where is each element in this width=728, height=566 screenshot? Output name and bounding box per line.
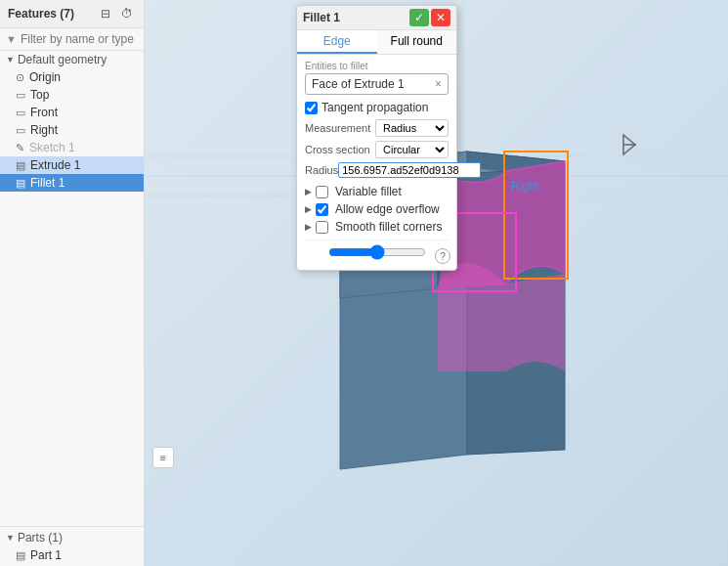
variable-fillet-checkbox[interactable] [316, 186, 328, 198]
clock-icon[interactable]: ⏱ [118, 5, 136, 22]
tree-item-origin[interactable]: ⊙ Origin [0, 68, 144, 86]
smooth-corners-checkbox[interactable] [316, 221, 328, 234]
measurement-row: Measurement Radius Diameter [305, 119, 449, 137]
radius-label: Radius [305, 164, 338, 176]
svg-text:Right: Right [511, 180, 539, 194]
origin-icon: ⊙ [16, 71, 24, 84]
dialog-body: Entities to fillet Face of Extrude 1 × T… [297, 55, 456, 270]
variable-fillet-row[interactable]: ▶ Variable fillet [305, 183, 449, 200]
tree-section: ▼ Default geometry ⊙ Origin ▭ Top ▭ Fron… [0, 51, 144, 526]
measurement-label: Measurement [305, 122, 375, 134]
plane-icon: ▭ [16, 107, 25, 119]
variable-fillet-chevron: ▶ [305, 187, 312, 196]
help-icon[interactable]: ? [435, 248, 450, 264]
tree-item-label: Extrude 1 [30, 158, 80, 172]
panel-title: Features (7) [8, 7, 97, 21]
entities-value: Face of Extrude 1 [312, 77, 405, 91]
dialog-ok-button[interactable]: ✓ [409, 9, 429, 26]
entities-box: Face of Extrude 1 × [305, 73, 449, 95]
parts-chevron: ▼ [6, 533, 15, 543]
tree-item-top[interactable]: ▭ Top [0, 86, 144, 104]
fillet-dialog: Fillet 1 ✓ ✕ Edge Full round Entities to… [296, 5, 457, 271]
tangent-propagation-checkbox[interactable] [305, 102, 318, 114]
panel-header: Features (7) ⊟ ⏱ [0, 0, 144, 28]
smooth-corners-row[interactable]: ▶ Smooth fillet corners [305, 218, 449, 236]
allow-edge-overflow-checkbox[interactable] [316, 203, 328, 216]
tree-item-front[interactable]: ▭ Front [0, 104, 144, 121]
allow-edge-chevron: ▶ [305, 204, 312, 214]
sketch-icon: ✎ [16, 142, 24, 154]
smooth-corners-chevron: ▶ [305, 222, 312, 232]
dialog-tabs: Edge Full round [297, 30, 456, 55]
viewport-toolbar: ≡ [152, 447, 174, 468]
smooth-corners-label: Smooth fillet corners [335, 220, 442, 234]
search-input[interactable] [21, 32, 138, 46]
plane-icon: ▭ [16, 89, 25, 102]
tree-item-right[interactable]: ▭ Right [0, 121, 144, 139]
part-icon: ▤ [16, 549, 25, 562]
plane-icon: ▭ [16, 124, 25, 137]
default-geometry-label: ▼ Default geometry [0, 51, 144, 68]
left-panel: Features (7) ⊟ ⏱ ▼ ▼ Default geometry ⊙ … [0, 0, 145, 566]
list-view-button[interactable]: ≡ [152, 447, 174, 468]
parts-label: ▼ Parts (1) [0, 529, 144, 546]
slider-row: ? [305, 239, 449, 264]
cross-section-row: Cross section Circular Conic [305, 141, 449, 158]
dialog-cancel-button[interactable]: ✕ [431, 9, 450, 26]
entities-remove-btn[interactable]: × [435, 77, 442, 91]
radius-input[interactable] [338, 162, 481, 178]
collapse-icon[interactable]: ⊟ [97, 5, 114, 22]
radius-row: Radius [305, 162, 449, 178]
measurement-select[interactable]: Radius Diameter [375, 119, 449, 137]
tab-edge[interactable]: Edge [297, 30, 377, 54]
tree-item-fillet1[interactable]: ▤ Fillet 1 [0, 174, 144, 192]
allow-edge-overflow-row[interactable]: ▶ Allow edge overflow [305, 200, 449, 218]
tree-item-label: Sketch 1 [29, 141, 75, 154]
tree-item-extrude1[interactable]: ▤ Extrude 1 [0, 156, 144, 174]
tree-item-sketch1[interactable]: ✎ Sketch 1 [0, 139, 144, 156]
tab-full-round[interactable]: Full round [377, 30, 457, 54]
allow-edge-overflow-label: Allow edge overflow [335, 202, 440, 216]
panel-icons: ⊟ ⏱ [97, 5, 136, 22]
tree-item-label: Top [30, 88, 49, 102]
fillet-slider[interactable] [328, 244, 426, 260]
dialog-titlebar: Fillet 1 ✓ ✕ [297, 6, 456, 30]
tree-item-label: Front [30, 106, 58, 119]
tree-item-label: Part 1 [30, 548, 62, 562]
main-area: Right Fillet 1 ✓ ✕ Edge Full round Entit… [145, 0, 728, 566]
tree-item-label: Right [30, 123, 58, 137]
cross-section-label: Cross section [305, 144, 375, 155]
tangent-propagation-row: Tangent propagation [305, 101, 449, 114]
dialog-title: Fillet 1 [303, 11, 409, 24]
feature-icon: ▤ [16, 159, 25, 172]
tree-item-label: Fillet 1 [30, 176, 64, 190]
variable-fillet-label: Variable fillet [335, 185, 402, 198]
tree-item-part1[interactable]: ▤ Part 1 [0, 546, 144, 564]
entities-label: Entities to fillet [305, 61, 449, 71]
svg-marker-13 [623, 135, 635, 154]
tangent-propagation-label[interactable]: Tangent propagation [321, 101, 428, 114]
svg-rect-10 [504, 152, 568, 279]
filter-icon: ▼ [6, 33, 17, 45]
viewport[interactable]: Right Fillet 1 ✓ ✕ Edge Full round Entit… [145, 0, 728, 566]
search-bar: ▼ [0, 28, 144, 51]
cross-section-select[interactable]: Circular Conic [375, 141, 449, 158]
tree-item-label: Origin [29, 70, 61, 84]
parts-section: ▼ Parts (1) ▤ Part 1 [0, 526, 144, 566]
feature-icon: ▤ [16, 177, 25, 190]
group-chevron: ▼ [6, 55, 15, 65]
svg-marker-6 [467, 152, 565, 455]
